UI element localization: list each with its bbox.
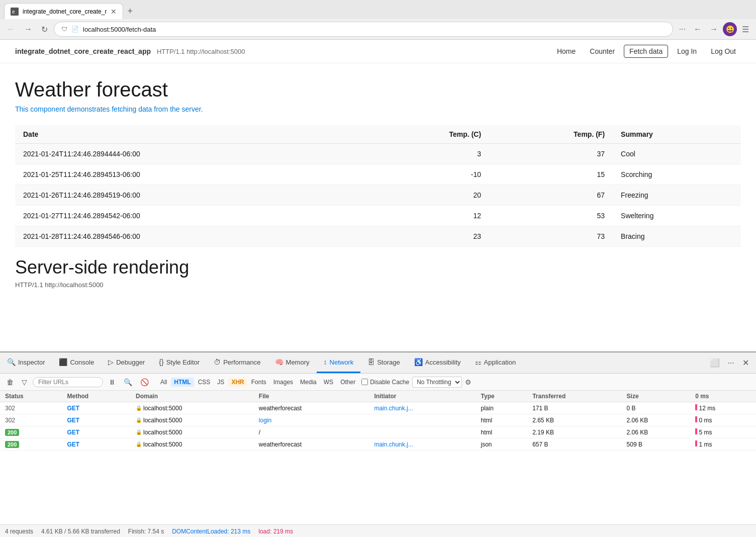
clear-button[interactable]: 🗑	[4, 377, 16, 387]
weather-table-row: 2021-01-24T11:24:46.2894444-06:00 3 37 C…	[15, 144, 741, 164]
disable-cache-label[interactable]: Disable Cache	[361, 379, 409, 386]
block-button[interactable]: 🚫	[138, 377, 151, 387]
tab-close-button[interactable]: ✕	[111, 8, 117, 16]
settings-gear-button[interactable]: ⚙	[465, 378, 471, 386]
devtools-tab-accessibility[interactable]: ♿ Accessibility	[407, 352, 468, 373]
row-size: 2.06 KB	[622, 426, 691, 438]
filter-toggle-button[interactable]: ▽	[19, 377, 30, 387]
filter-all[interactable]: All	[157, 378, 170, 387]
accessibility-label: Accessibility	[425, 359, 461, 366]
nav-forward-button[interactable]: →	[707, 23, 721, 36]
weather-date: 2021-01-27T11:24:46.2894542-06:00	[15, 206, 363, 226]
filter-images[interactable]: Images	[270, 378, 296, 387]
row-time: 1 ms	[690, 438, 756, 451]
col-temp-f: Temp. (F)	[489, 125, 613, 144]
disable-cache-checkbox[interactable]	[361, 379, 368, 385]
row-initiator	[369, 426, 476, 438]
row-size: 0 B	[622, 402, 691, 414]
col-file: File	[254, 391, 369, 402]
filter-css[interactable]: CSS	[195, 378, 214, 387]
throttle-select[interactable]: No Throttling	[412, 377, 462, 388]
filter-xhr[interactable]: XHR	[228, 378, 247, 387]
hamburger-button[interactable]: ☰	[739, 23, 752, 36]
nav-logout[interactable]: Log Out	[706, 45, 741, 57]
filter-media[interactable]: Media	[297, 378, 320, 387]
weather-temp-f: 73	[489, 226, 613, 247]
nav-fetch-data[interactable]: Fetch data	[624, 45, 668, 58]
forward-button[interactable]: →	[21, 23, 35, 36]
col-initiator: Initiator	[369, 391, 476, 402]
file-link[interactable]: login	[259, 417, 271, 424]
page-icon: 📄	[71, 26, 79, 33]
load-time: load: 219 ms	[258, 528, 293, 535]
status-text: 302	[5, 417, 15, 424]
more-options-button[interactable]: ···	[676, 23, 689, 36]
browser-chrome: e integrate_dotnet_core_create_r ✕ + ← →…	[0, 0, 756, 40]
row-domain: 🔒localhost:5000	[131, 402, 254, 414]
row-domain: 🔒localhost:5000	[131, 426, 254, 438]
weather-date: 2021-01-25T11:24:46.2894513-06:00	[15, 164, 363, 185]
svg-text:e: e	[12, 9, 15, 15]
devtools-tab-debugger[interactable]: ▷ Debugger	[101, 352, 152, 373]
profile-button[interactable]: 😀	[723, 22, 737, 36]
col-temp-c: Temp. (C)	[363, 125, 489, 144]
nav-counter[interactable]: Counter	[585, 45, 620, 57]
devtools-tab-inspector[interactable]: 🔍 Inspector	[0, 352, 52, 373]
inspector-icon: 🔍	[7, 358, 16, 366]
filter-fonts[interactable]: Fonts	[248, 378, 269, 387]
row-transferred: 2.19 KB	[527, 426, 621, 438]
row-transferred: 171 B	[527, 402, 621, 414]
pause-button[interactable]: ⏸	[106, 377, 118, 387]
address-bar[interactable]: 🛡 📄 localhost:5000/fetch-data	[54, 22, 673, 37]
active-tab[interactable]: e integrate_dotnet_core_create_r ✕	[4, 3, 123, 19]
filter-html[interactable]: HTML	[171, 378, 194, 387]
devtools-tab-application[interactable]: ⚏ Application	[468, 352, 523, 373]
lock-icon: 🔒	[136, 405, 142, 411]
weather-date: 2021-01-24T11:24:46.2894444-06:00	[15, 144, 363, 164]
nav-home[interactable]: Home	[552, 45, 581, 57]
devtools-tab-performance[interactable]: ⏱ Performance	[207, 352, 267, 373]
refresh-button[interactable]: ↻	[38, 23, 51, 36]
back-button[interactable]: ←	[4, 23, 18, 36]
nav-back-button[interactable]: ←	[691, 23, 705, 36]
filter-url-input[interactable]	[33, 377, 103, 387]
row-domain: 🔒localhost:5000	[131, 438, 254, 451]
performance-icon: ⏱	[214, 358, 221, 366]
devtools-actions: ⬜ ··· ✕	[707, 356, 756, 370]
filter-ws[interactable]: WS	[321, 378, 336, 387]
devtools-tab-storage[interactable]: 🗄 Storage	[360, 352, 407, 373]
row-size: 2.06 KB	[622, 414, 691, 426]
col-size: Size	[622, 391, 691, 402]
site-header: integrate_dotnet_core_create_react_app H…	[0, 40, 756, 63]
search-button[interactable]: 🔍	[121, 377, 135, 387]
initiator-link[interactable]: main.chunk.j...	[374, 441, 413, 448]
devtools-toolbar: 🔍 Inspector ⬛ Console ▷ Debugger {} Styl…	[0, 352, 756, 374]
tab-title: integrate_dotnet_core_create_r	[23, 8, 107, 15]
nav-login[interactable]: Log In	[672, 45, 702, 57]
row-transferred: 2.65 KB	[527, 414, 621, 426]
row-domain: 🔒localhost:5000	[131, 414, 254, 426]
initiator-link[interactable]: main.chunk.j...	[374, 405, 413, 412]
row-time: 0 ms	[690, 414, 756, 426]
weather-table-row: 2021-01-25T11:24:46.2894513-06:00 -10 15…	[15, 164, 741, 185]
filter-other[interactable]: Other	[337, 378, 358, 387]
network-table-row: 200 GET 🔒localhost:5000 weatherforecast …	[0, 438, 756, 451]
inspector-label: Inspector	[18, 359, 45, 366]
devtools-more-button[interactable]: ···	[725, 356, 737, 370]
devtools-tab-network[interactable]: ↕ Network	[317, 352, 361, 373]
row-type: html	[476, 426, 528, 438]
devtools-tab-console[interactable]: ⬛ Console	[52, 352, 101, 373]
devtools-tab-style-editor[interactable]: {} Style Editor	[152, 352, 207, 373]
col-summary: Summary	[613, 125, 741, 144]
dock-button[interactable]: ⬜	[707, 356, 723, 370]
new-tab-button[interactable]: +	[123, 6, 137, 17]
weather-summary: Sweltering	[613, 206, 741, 226]
disable-cache-text: Disable Cache	[370, 379, 409, 386]
weather-table-row: 2021-01-26T11:24:46.2894519-06:00 20 67 …	[15, 185, 741, 206]
row-status: 200	[0, 426, 62, 438]
devtools-tab-memory[interactable]: 🧠 Memory	[268, 352, 317, 373]
devtools-close-button[interactable]: ✕	[739, 356, 752, 370]
status-text: 302	[5, 405, 15, 412]
row-method: GET	[62, 402, 130, 414]
filter-js[interactable]: JS	[214, 378, 227, 387]
